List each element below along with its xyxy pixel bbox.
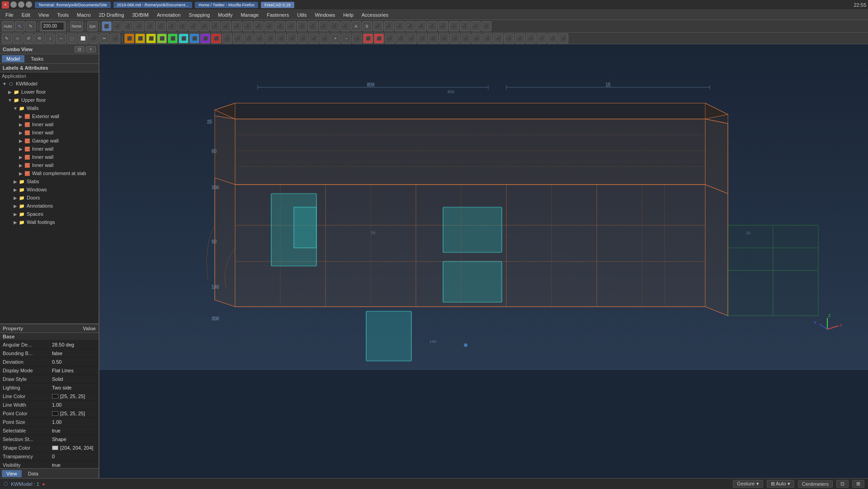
inner-wall-4-toggle[interactable]: ▶ — [18, 155, 24, 160]
viewport[interactable]: 809 15 25 60 336 90 140 300 — [99, 44, 868, 478]
toolbar-btn-a21[interactable]: ⬛ — [319, 21, 329, 31]
toolbar-b35[interactable]: ⬛ — [374, 33, 384, 43]
prop-row-line-width[interactable]: Line Width 1.00 — [0, 401, 99, 409]
toolbar-btn-a28[interactable]: ⬛ — [395, 21, 405, 31]
tree-item-inner-wall-1[interactable]: ▶ 🧱 Inner wall — [0, 120, 99, 128]
toolbar-btn-a29[interactable]: ⬛ — [406, 21, 415, 31]
toolbar-b39[interactable]: ⬛ — [417, 33, 427, 43]
toolbar-pen-btn[interactable]: ✎ — [26, 21, 36, 31]
toolbar-b24[interactable]: ⬛ — [255, 33, 264, 43]
toolbar-b15[interactable]: ⬛ — [157, 33, 167, 43]
tree-item-annotations[interactable]: ▶ 📁 Annotations — [0, 202, 99, 210]
menu-annotation[interactable]: Annotation — [153, 11, 184, 19]
menu-help[interactable]: Help — [340, 11, 357, 19]
combo-float-btn[interactable]: ⊡ — [75, 46, 85, 52]
status-units-btn[interactable]: Centimeters — [798, 480, 833, 488]
toolbar-b29[interactable]: ⬛ — [309, 33, 319, 43]
inner-wall-2-toggle[interactable]: ▶ — [18, 130, 24, 135]
tab-model[interactable]: Model — [2, 55, 24, 62]
toolbar-b10[interactable]: ✂ — [99, 33, 109, 43]
lower-floor-toggle[interactable]: ▶ — [7, 90, 13, 95]
menu-2d-drafting[interactable]: 2D Drafting — [95, 11, 128, 19]
toolbar-btn-a4[interactable]: ⬛ — [134, 21, 144, 31]
toolbar-b42[interactable]: ⬛ — [450, 33, 460, 43]
tree-item-kwmodel[interactable]: ▼ ⬡ KWModel — [0, 80, 99, 88]
tree-item-upper-floor[interactable]: ▼ 📁 Upper floor — [0, 96, 99, 104]
tree-item-spaces[interactable]: ▶ 📁 Spaces — [0, 210, 99, 218]
toolbar-b26[interactable]: ⬛ — [276, 33, 286, 43]
toolbar-b33[interactable]: ⬛ — [352, 33, 362, 43]
tree-item-exterior-wall[interactable]: ▶ 🧱 Exterior wall — [0, 112, 99, 120]
prop-row-selection-st[interactable]: Selection St... Shape — [0, 435, 99, 444]
toolbar-btn-a17[interactable]: ⬛ — [275, 21, 285, 31]
taskbar-freecad[interactable]: FreeCAD 0.19 — [261, 2, 294, 8]
toolbar-b38[interactable]: ⬛ — [406, 33, 416, 43]
toolbar-btn-a6[interactable]: ⬛ — [156, 21, 166, 31]
toolbar-btn-a19[interactable]: ⬛ — [297, 21, 307, 31]
toolbar-btn-a18[interactable]: ⬛ — [286, 21, 296, 31]
menu-fasteners[interactable]: Fasteners — [263, 11, 292, 19]
toolbar-b12[interactable]: ⬛ — [124, 33, 134, 43]
prop-row-visibility[interactable]: Visibility true — [0, 461, 99, 468]
toolbar-btn-a20[interactable]: ⬛ — [308, 21, 318, 31]
tree-item-garage-wall[interactable]: ▶ 🧱 Garage wall — [0, 137, 99, 145]
exterior-wall-toggle[interactable]: ▶ — [18, 114, 24, 119]
annotations-toggle[interactable]: ▶ — [13, 204, 18, 209]
toolbar-b19[interactable]: ⬛ — [200, 33, 210, 43]
toolbar-b34[interactable]: ⬛ — [363, 33, 373, 43]
tree-item-wall-complement[interactable]: ▶ 🧱 Wall complement at slab — [0, 169, 99, 177]
toolbar-b6[interactable]: ↔ — [56, 33, 66, 43]
toolbar-btn-a9[interactable]: ⬛ — [189, 21, 198, 31]
menu-manage[interactable]: Manage — [237, 11, 262, 19]
toolbar-btn-a10[interactable]: ⬛ — [199, 21, 209, 31]
toolbar-btn-a11[interactable]: ⬛ — [210, 21, 220, 31]
tree-item-inner-wall-2[interactable]: ▶ 🧱 Inner wall — [0, 128, 99, 137]
status-nav-btn[interactable]: ⊞ Auto ▾ — [767, 480, 794, 488]
prop-row-transparency[interactable]: Transparency 0 — [0, 452, 99, 461]
tab-tasks[interactable]: Tasks — [26, 55, 48, 62]
doors-toggle[interactable]: ▶ — [13, 195, 18, 200]
toolbar-b32[interactable]: − — [341, 33, 351, 43]
toolbar-b41[interactable]: ⬛ — [439, 33, 449, 43]
menu-modify[interactable]: Modify — [214, 11, 236, 19]
toolbar-btn-a8[interactable]: ⬛ — [178, 21, 188, 31]
toolbar-b11[interactable]: ⬛ — [110, 33, 120, 43]
toolbar-btn-a16[interactable]: ⬛ — [264, 21, 274, 31]
toolbar-btn-a1[interactable]: ⬛ — [102, 21, 112, 31]
toolbar-b47[interactable]: ⬛ — [504, 33, 514, 43]
status-view-icon-btn[interactable]: ⊡ — [836, 480, 849, 488]
prop-row-angular-de[interactable]: Angular De... 28.50 deg — [0, 341, 99, 349]
toolbar-none-btn[interactable]: None — [70, 21, 84, 31]
taskbar-icon-3[interactable] — [18, 1, 24, 8]
walls-toggle[interactable]: ▼ — [13, 106, 18, 111]
tab-data[interactable]: Data — [24, 470, 43, 477]
toolbar-btn-a23[interactable]: ⬛ — [340, 21, 350, 31]
inner-wall-5-toggle[interactable]: ▶ — [18, 163, 24, 168]
toolbar-b51[interactable]: ⬛ — [547, 33, 557, 43]
toolbar-btn-a36[interactable]: ⬛ — [481, 21, 491, 31]
toolbar-b17[interactable]: ⬛ — [179, 33, 189, 43]
toolbar-btn-a13[interactable]: ⬛ — [232, 21, 242, 31]
taskbar-icon-1[interactable]: × — [2, 1, 9, 9]
prop-row-line-color[interactable]: Line Color [25, 25, 25] — [0, 392, 99, 401]
tree-item-windows[interactable]: ▶ 📁 Windows — [0, 185, 99, 194]
toolbar-b5[interactable]: ↕ — [45, 33, 55, 43]
toolbar-b9[interactable]: ⬛ — [89, 33, 99, 43]
toolbar-b20[interactable]: ⬛ — [211, 33, 221, 43]
toolbar-b16[interactable]: ⬛ — [168, 33, 178, 43]
combo-close-btn[interactable]: × — [86, 46, 96, 52]
toolbar-b49[interactable]: ⬛ — [526, 33, 536, 43]
slabs-toggle[interactable]: ▶ — [13, 179, 18, 184]
toolbar-zoom-input[interactable] — [42, 22, 64, 30]
tree-item-walls[interactable]: ▼ 📁 Walls — [0, 104, 99, 112]
toolbar-b18[interactable]: ⬛ — [189, 33, 199, 43]
upper-floor-toggle[interactable]: ▼ — [7, 98, 13, 103]
menu-snapping[interactable]: Snapping — [185, 11, 214, 19]
toolbar-b43[interactable]: ⬛ — [461, 33, 471, 43]
toolbar-b45[interactable]: ⬛ — [482, 33, 492, 43]
toolbar-b23[interactable]: ⬛ — [244, 33, 254, 43]
toolbar-btn-a15[interactable]: ⬛ — [254, 21, 264, 31]
prop-row-bounding-b[interactable]: Bounding B... false — [0, 349, 99, 358]
toolbar-b2[interactable]: ⊹ — [13, 33, 23, 43]
tree-item-lower-floor[interactable]: ▶ 📁 Lower floor — [0, 88, 99, 96]
